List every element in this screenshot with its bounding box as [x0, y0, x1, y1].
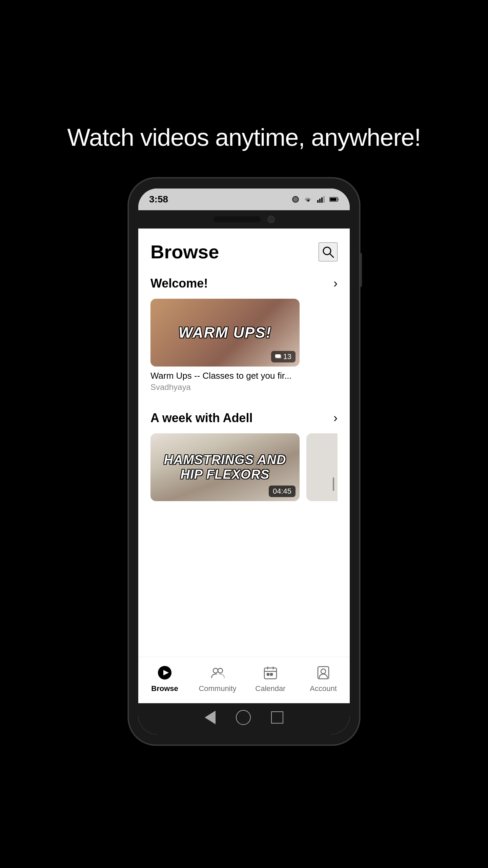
- svg-rect-21: [270, 673, 272, 675]
- calendar-nav-label: Calendar: [255, 684, 285, 693]
- community-nav-label: Community: [199, 684, 236, 693]
- content-spacer: [138, 501, 350, 657]
- welcome-section-header: Welcome! ›: [150, 276, 338, 291]
- browse-nav-label: Browse: [151, 684, 178, 693]
- search-button[interactable]: [319, 242, 338, 261]
- speaker-grille: [213, 216, 261, 222]
- adell-section-header: A week with Adell ›: [150, 411, 338, 425]
- svg-rect-2: [317, 200, 319, 203]
- bottom-nav: Browse Community: [138, 657, 350, 703]
- app-header: Browse: [138, 229, 350, 270]
- nav-item-account[interactable]: Account: [297, 664, 350, 693]
- svg-point-15: [218, 668, 223, 673]
- notch-area: [138, 210, 350, 229]
- status-time: 3:58: [149, 194, 168, 205]
- nav-item-browse[interactable]: Browse: [138, 664, 191, 693]
- svg-rect-5: [323, 196, 325, 203]
- warm-ups-thumbnail: WARM UPS! 13: [150, 299, 300, 367]
- warm-ups-count-badge: 13: [271, 351, 296, 362]
- welcome-cards-row: WARM UPS! 13 Warm Ups: [150, 299, 338, 393]
- svg-point-14: [213, 668, 218, 673]
- warm-ups-thumbnail-text: WARM UPS!: [179, 324, 272, 341]
- page-headline: Watch videos anytime, anywhere!: [67, 123, 421, 151]
- wifi-icon: [304, 196, 313, 203]
- second-adell-card[interactable]: [306, 433, 338, 501]
- nav-item-calendar[interactable]: Calendar: [244, 664, 297, 693]
- adell-cards-row: HAMSTRINGS AND HIP FLEXORS 04:45: [150, 433, 338, 501]
- adell-section-title: A week with Adell: [150, 411, 252, 425]
- warm-ups-title: Warm Ups -- Classes to get you fir...: [150, 371, 300, 381]
- app-title: Browse: [150, 241, 219, 263]
- phone-inner: 3:58: [138, 189, 350, 734]
- welcome-section: Welcome! › WARM UPS!: [138, 270, 350, 393]
- pause-bar-icon: [333, 477, 334, 491]
- calendar-nav-icon: [262, 664, 279, 682]
- app-content: Browse Welcome! ›: [138, 229, 350, 703]
- svg-rect-20: [267, 673, 269, 675]
- svg-rect-3: [319, 199, 321, 203]
- hamstrings-time-badge: 04:45: [269, 486, 296, 497]
- status-icons: [291, 196, 339, 203]
- page-wrapper: Watch videos anytime, anywhere! 3:58: [0, 0, 488, 868]
- section-divider: [138, 393, 350, 404]
- nav-item-community[interactable]: Community: [191, 664, 244, 693]
- svg-rect-11: [276, 355, 281, 358]
- adell-chevron-icon[interactable]: ›: [333, 411, 338, 425]
- welcome-chevron-icon[interactable]: ›: [333, 276, 338, 291]
- adell-section: A week with Adell › HAMSTRINGS AND HIP F…: [138, 404, 350, 501]
- hamstrings-thumbnail-text: HAMSTRINGS AND HIP FLEXORS: [150, 453, 300, 482]
- home-button[interactable]: [236, 710, 251, 725]
- svg-point-1: [293, 197, 298, 202]
- hamstrings-thumbnail: HAMSTRINGS AND HIP FLEXORS 04:45: [150, 433, 300, 501]
- battery-icon: [329, 196, 339, 203]
- back-button[interactable]: [205, 711, 216, 724]
- warm-ups-subtitle: Svadhyaya: [150, 382, 300, 392]
- svg-line-9: [330, 254, 333, 257]
- browse-nav-icon: [156, 664, 174, 682]
- warm-ups-count: 13: [283, 352, 291, 361]
- account-nav-icon: [314, 664, 332, 682]
- recents-button[interactable]: [271, 711, 283, 724]
- svg-point-23: [321, 669, 326, 674]
- hamstrings-time: 04:45: [273, 487, 291, 495]
- svg-rect-4: [321, 197, 323, 203]
- phone-frame: 3:58: [129, 178, 359, 745]
- signal-icon: [317, 196, 326, 203]
- welcome-section-title: Welcome!: [150, 276, 208, 291]
- home-indicator-area: [138, 703, 350, 734]
- warm-ups-card[interactable]: WARM UPS! 13 Warm Ups: [150, 299, 300, 393]
- status-bar: 3:58: [138, 189, 350, 210]
- svg-rect-7: [330, 198, 337, 201]
- app-status-icon: [291, 196, 300, 203]
- second-adell-thumbnail: [306, 433, 338, 501]
- account-nav-label: Account: [310, 684, 337, 693]
- hamstrings-card[interactable]: HAMSTRINGS AND HIP FLEXORS 04:45: [150, 433, 300, 501]
- warm-ups-info: Warm Ups -- Classes to get you fir... Sv…: [150, 367, 300, 393]
- front-camera: [267, 216, 275, 223]
- community-nav-icon: [209, 664, 226, 682]
